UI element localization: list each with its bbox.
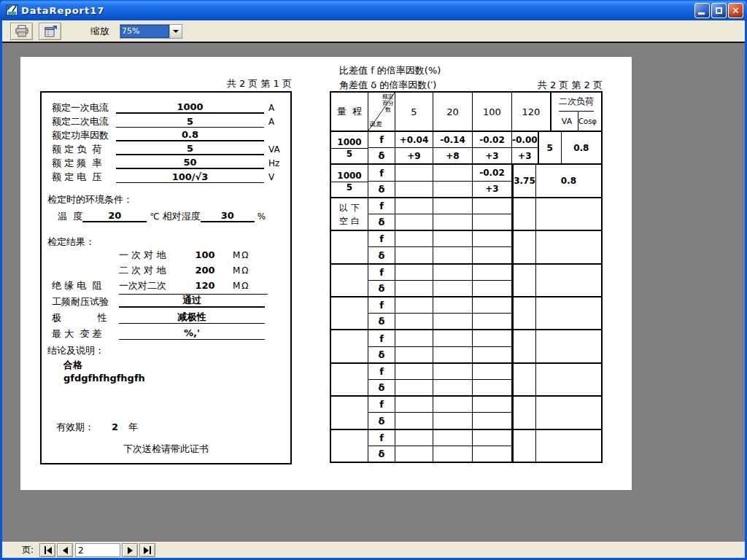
field-unit: A: [264, 103, 285, 114]
insulation-unit: MΩ: [227, 250, 258, 260]
export-button[interactable]: [39, 23, 61, 40]
va-cell: [514, 198, 536, 230]
field-row: 额 定 电 压100/√3V: [42, 169, 290, 183]
value-cell: [433, 347, 473, 362]
test-row: 最 大 变 差%,': [42, 324, 290, 340]
value-cell: [395, 446, 433, 462]
value-cell: [473, 247, 512, 262]
value-cell: [433, 247, 473, 262]
value-cell: [395, 380, 433, 395]
value-cell: [395, 214, 433, 230]
ratio-caption-f: 比差值 f 的倍率因数(%): [339, 64, 441, 77]
range-top: [331, 246, 368, 248]
range-top: [331, 346, 368, 347]
value-cell: -0.02: [473, 132, 512, 147]
error-type-label: δ: [368, 380, 395, 395]
diagonal-header: 额定 百分 数 误差: [368, 93, 395, 131]
zoom-dropdown-button[interactable]: [169, 25, 182, 38]
toolbar: 缩放 75%: [2, 20, 745, 42]
table-row-group: 10005f-0.02δ+33.750.8: [331, 163, 601, 196]
delta-row: δ+3: [368, 182, 512, 197]
table-row-group: 10005f+0.04-0.14-0.02-0.00δ+9+8+3+350.8: [331, 132, 601, 163]
range-header: 量 程: [331, 93, 368, 131]
value-cell: [473, 380, 512, 395]
chevron-down-icon: [173, 30, 179, 33]
percent-header: 120: [512, 93, 551, 131]
value-cell: [473, 198, 512, 214]
f-row: f: [368, 430, 512, 446]
value-cell: -0.14: [433, 132, 473, 147]
last-page-icon: [144, 547, 149, 554]
delta-row: δ: [368, 214, 512, 230]
field-unit: V: [264, 172, 285, 183]
zoom-select[interactable]: 75%: [120, 24, 182, 39]
value-cell: -0.02: [473, 165, 512, 180]
next-page-button[interactable]: [122, 543, 138, 557]
value-area: fδ: [368, 430, 514, 462]
previous-page-button[interactable]: [57, 543, 73, 557]
validity-value: 2: [94, 421, 128, 432]
value-cell: [433, 446, 473, 462]
previous-page-icon: [63, 547, 68, 554]
last-page-button[interactable]: [139, 543, 155, 557]
va-cell: [514, 298, 536, 329]
f-row: f: [368, 397, 512, 413]
error-type-label: δ: [368, 148, 395, 163]
va-cell: [514, 397, 536, 428]
close-button[interactable]: ✕: [728, 3, 743, 18]
test-value: %,': [119, 327, 265, 340]
va-cell: 3.75: [514, 165, 536, 196]
first-page-button[interactable]: [39, 543, 55, 557]
minimize-button[interactable]: [694, 3, 710, 18]
value-cell: [395, 265, 433, 280]
value-cell: [433, 265, 473, 280]
insulation-value: 200: [183, 265, 227, 276]
error-type-label: δ: [368, 214, 395, 230]
value-cell: [395, 182, 433, 197]
field-label: 额定一次电流: [52, 102, 116, 114]
va-cell: [514, 231, 536, 262]
value-cell: [395, 298, 433, 313]
field-row: 额定功率因数0.8: [42, 128, 290, 141]
value-cell: [395, 364, 433, 379]
page-number-input[interactable]: [75, 543, 120, 557]
range-top: [331, 313, 368, 314]
value-cell: [395, 165, 433, 180]
f-row: f-0.02: [368, 165, 512, 181]
field-value: 5: [116, 116, 264, 128]
table-row-group: fδ: [331, 296, 601, 329]
insulation-value: 100: [183, 249, 227, 260]
print-button[interactable]: [10, 23, 33, 40]
cos-cell: [536, 198, 601, 230]
cos-cell: [536, 265, 601, 296]
error-type-label: f: [368, 231, 395, 246]
value-cell: [395, 413, 433, 428]
f-row: f: [368, 330, 512, 346]
range-cell: [331, 364, 368, 395]
value-cell: [433, 182, 473, 197]
table-row-group: fδ: [331, 329, 601, 362]
maximize-button[interactable]: [711, 3, 727, 18]
field-value: 50: [116, 157, 264, 169]
value-cell: [433, 314, 473, 329]
test-label: 极 性: [52, 312, 119, 324]
insulation-block: 绝 缘 电 阻 一 次 对 地100MΩ二 次 对 地200MΩ一次对二次120…: [52, 247, 283, 295]
value-area: f+0.04-0.14-0.02-0.00δ+9+8+3+3: [368, 132, 539, 163]
value-cell: [433, 198, 473, 214]
insulation-name: 一次对二次: [119, 279, 183, 292]
p1-tests: 工频耐压试验通过极 性减极性最 大 变 差%,': [42, 292, 290, 340]
validity-unit: 年: [128, 421, 138, 432]
f-row: f: [368, 298, 512, 314]
error-type-label: δ: [368, 446, 395, 462]
value-cell: [395, 430, 433, 446]
range-cell: [331, 397, 368, 428]
test-row: 工频耐压试验通过: [42, 292, 290, 308]
table-body: 10005f+0.04-0.14-0.02-0.00δ+9+8+3+350.81…: [331, 132, 601, 462]
report-icon: [6, 4, 18, 17]
cos-header: Cosφ: [578, 112, 597, 131]
error-type-label: δ: [368, 314, 395, 329]
value-cell: [433, 413, 473, 428]
window-title: DataReport17: [21, 5, 693, 16]
value-cell: +0.04: [395, 132, 433, 147]
error-type-label: f: [368, 198, 395, 214]
